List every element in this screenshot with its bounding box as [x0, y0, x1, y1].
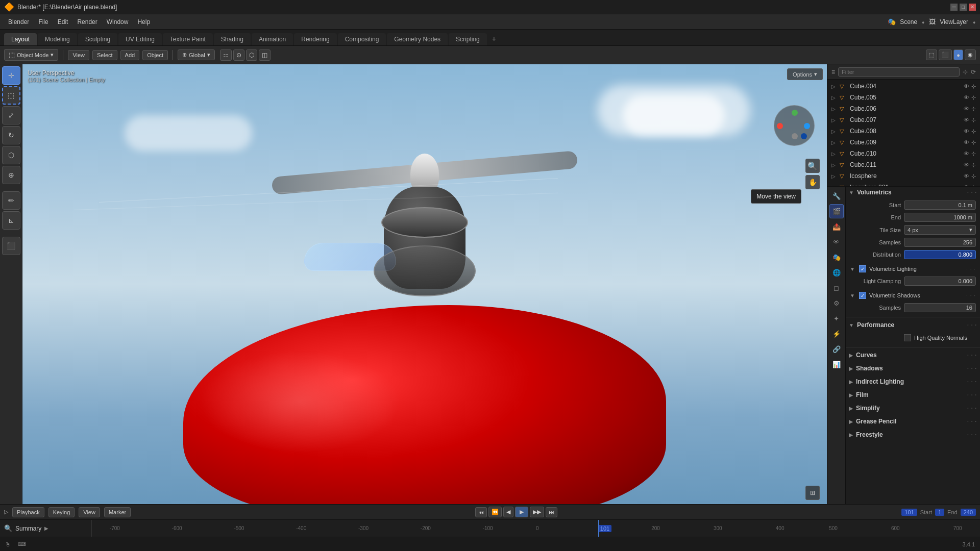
- select-button[interactable]: Select: [92, 50, 117, 60]
- performance-header[interactable]: Performance · · ·: [846, 319, 980, 331]
- oi-filter-9[interactable]: ⊹: [971, 184, 976, 187]
- oi-vis-4[interactable]: 👁: [964, 128, 969, 134]
- outliner-item-1[interactable]: ▷ ▽ Cube.005 👁 ⊹: [827, 92, 980, 103]
- gizmo-circle[interactable]: [774, 105, 815, 146]
- oi-filter-7[interactable]: ⊹: [971, 162, 976, 168]
- oi-filter-6[interactable]: ⊹: [971, 151, 976, 157]
- xray-btn[interactable]: ◫: [259, 49, 271, 61]
- maximize-button[interactable]: □: [960, 4, 967, 11]
- oi-vis-7[interactable]: 👁: [964, 162, 969, 168]
- play-beginning-button[interactable]: ⏮: [475, 507, 487, 517]
- vol-lighting-checkbox[interactable]: ✓: [859, 265, 866, 272]
- oi-vis-3[interactable]: 👁: [964, 117, 969, 123]
- props-scene-icon[interactable]: 🎭: [829, 250, 844, 264]
- viewport-shade-solid[interactable]: ⬛: [939, 49, 952, 60]
- oi-filter-1[interactable]: ⊹: [971, 94, 976, 101]
- vol-shadows-samples-value[interactable]: 16: [904, 303, 976, 312]
- marker-button[interactable]: Marker: [104, 507, 131, 517]
- shadows-header[interactable]: Shadows · · ·: [846, 363, 980, 374]
- tool-rotate[interactable]: ↻: [2, 126, 20, 144]
- snap-btn[interactable]: ⚏: [220, 49, 232, 61]
- outliner-item-5[interactable]: ▷ ▽ Cube.009 👁 ⊹: [827, 137, 980, 148]
- distribution-value[interactable]: 0.800: [904, 250, 976, 259]
- options-button[interactable]: Options ▾: [787, 68, 823, 80]
- menu-edit[interactable]: Edit: [54, 16, 72, 28]
- oi-vis-2[interactable]: 👁: [964, 106, 969, 112]
- add-workspace-button[interactable]: +: [488, 32, 500, 45]
- playback-button[interactable]: Playback: [12, 507, 44, 517]
- outliner-search[interactable]: [838, 67, 960, 77]
- tab-animation[interactable]: Animation: [252, 33, 293, 45]
- tool-measure[interactable]: ⊾: [2, 211, 20, 230]
- oi-vis-9[interactable]: 👁: [964, 184, 969, 186]
- start-frame[interactable]: 1: [935, 509, 944, 516]
- tab-texture-paint[interactable]: Texture Paint: [163, 33, 213, 45]
- tab-shading[interactable]: Shading: [214, 33, 251, 45]
- tab-uv-editing[interactable]: UV Editing: [118, 33, 162, 45]
- tab-compositing[interactable]: Compositing: [338, 33, 386, 45]
- viewport-shade-render[interactable]: ◉: [965, 49, 976, 60]
- outliner-item-7[interactable]: ▷ ▽ Cube.011 👁 ⊹: [827, 159, 980, 170]
- oi-filter-3[interactable]: ⊹: [971, 117, 976, 123]
- tool-cursor[interactable]: ✛: [2, 66, 20, 85]
- add-button[interactable]: Add: [120, 50, 140, 60]
- navigation-gizmo[interactable]: [774, 105, 820, 151]
- play-end-button[interactable]: ⏭: [546, 507, 557, 517]
- volumetrics-header[interactable]: Volumetrics · · ·: [846, 187, 980, 198]
- play-reverse-button[interactable]: ◀: [503, 507, 513, 517]
- props-tool-icon[interactable]: 🔧: [829, 189, 844, 203]
- props-data-icon[interactable]: 📊: [829, 357, 844, 371]
- props-particles-icon[interactable]: ✦: [829, 311, 844, 325]
- mode-dropdown[interactable]: ⬚ Object Mode ▾: [4, 49, 58, 61]
- minimize-button[interactable]: ─: [950, 4, 958, 11]
- view-layer-label[interactable]: ViewLayer: [940, 18, 968, 26]
- tab-modeling[interactable]: Modeling: [38, 33, 77, 45]
- props-view-icon[interactable]: 👁: [829, 235, 844, 249]
- scene-label[interactable]: Scene: [900, 18, 917, 26]
- oi-vis-5[interactable]: 👁: [964, 139, 969, 145]
- tab-layout[interactable]: Layout: [4, 33, 37, 45]
- props-output-icon[interactable]: 📤: [829, 219, 844, 234]
- end-value[interactable]: 1000 m: [904, 213, 976, 222]
- outliner-item-6[interactable]: ▷ ▽ Cube.010 👁 ⊹: [827, 148, 980, 159]
- light-clamping-value[interactable]: 0.000: [904, 277, 976, 286]
- timeline-expand-icon[interactable]: ▶: [44, 525, 48, 531]
- menu-help[interactable]: Help: [133, 16, 154, 28]
- menu-blender[interactable]: Blender: [4, 16, 33, 28]
- transform-dropdown[interactable]: ⊕ Global ▾: [178, 49, 215, 60]
- simplify-header[interactable]: Simplify · · ·: [846, 403, 980, 414]
- outliner-item-4[interactable]: ▷ ▽ Cube.008 👁 ⊹: [827, 126, 980, 137]
- next-frame-button[interactable]: ▶▶: [530, 507, 544, 517]
- view-button[interactable]: View: [68, 50, 89, 60]
- film-header[interactable]: Film · · ·: [846, 389, 980, 400]
- props-modifier-icon[interactable]: ⚙: [829, 296, 844, 310]
- indirect-lighting-header[interactable]: Indirect Lighting · · ·: [846, 376, 980, 387]
- outliner-item-3[interactable]: ▷ ▽ Cube.007 👁 ⊹: [827, 114, 980, 126]
- grid-view-button[interactable]: ⊞: [805, 486, 820, 500]
- tool-scale[interactable]: ⬡: [2, 146, 20, 164]
- outliner-item-2[interactable]: ▷ ▽ Cube.006 👁 ⊹: [827, 103, 980, 114]
- tab-sculpting[interactable]: Sculpting: [78, 33, 117, 45]
- keying-button[interactable]: Keying: [48, 507, 75, 517]
- outliner-item-8[interactable]: ▷ ▽ Icosphere 👁 ⊹: [827, 170, 980, 182]
- vol-shadows-checkbox[interactable]: ✓: [859, 292, 866, 299]
- gizmo-z-axis[interactable]: [792, 110, 798, 116]
- props-constraints-icon[interactable]: 🔗: [829, 342, 844, 356]
- start-value[interactable]: 0.1 m: [904, 201, 976, 210]
- outliner-filter-icon[interactable]: ⊹: [963, 68, 968, 76]
- viewport[interactable]: User Perspective (101) Scene Collection …: [22, 64, 827, 504]
- timeline-search-icon[interactable]: 🔍: [4, 524, 12, 532]
- viewport-shade-wire[interactable]: ⬚: [926, 49, 937, 60]
- oi-filter-5[interactable]: ⊹: [971, 139, 976, 146]
- props-physics-icon[interactable]: ⚡: [829, 327, 844, 341]
- freestyle-header[interactable]: Freestyle · · ·: [846, 429, 980, 440]
- tool-select-box[interactable]: ⬚: [2, 86, 20, 105]
- tab-rendering[interactable]: Rendering: [294, 33, 336, 45]
- tool-transform[interactable]: ⊕: [2, 166, 20, 184]
- pan-button[interactable]: ✋: [805, 175, 820, 189]
- samples-value[interactable]: 256: [904, 238, 976, 247]
- props-render-icon[interactable]: 🎬: [829, 204, 844, 218]
- props-world-icon[interactable]: 🌐: [829, 265, 844, 280]
- tile-size-value[interactable]: 4 px ▾: [904, 225, 976, 235]
- hq-normals-checkbox[interactable]: [904, 334, 911, 341]
